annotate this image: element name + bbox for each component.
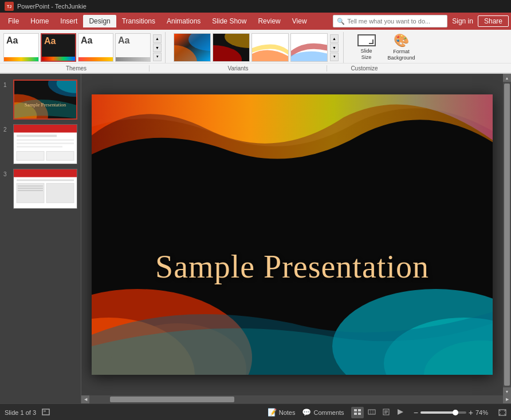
notes-button[interactable]: 📝 Notes	[268, 408, 296, 417]
zoom-control: − + 74%	[414, 409, 492, 417]
scroll-up-button[interactable]: ▲	[503, 74, 511, 82]
themes-scroll-down[interactable]: ▼	[153, 43, 162, 52]
slide-sorter-icon	[368, 408, 376, 416]
themes-group-label: Themes	[3, 65, 150, 72]
reading-view-button[interactable]	[380, 407, 392, 418]
svg-rect-42	[358, 413, 361, 415]
slide-preview-2[interactable]	[13, 124, 77, 164]
slideshow-view-button[interactable]	[394, 407, 407, 418]
menu-view[interactable]: View	[286, 15, 313, 27]
variants-group-label: Variants	[150, 65, 327, 72]
variant-2[interactable]	[213, 33, 250, 62]
customize-group-label: Customize	[327, 65, 402, 72]
format-background-button[interactable]: 🎨 Format Background	[386, 33, 417, 62]
reading-view-icon	[382, 408, 390, 416]
zoom-value: 74%	[475, 409, 492, 416]
svg-rect-26	[46, 183, 74, 203]
main-slide[interactable]: Sample Presentation	[92, 94, 493, 375]
menu-insert[interactable]: Insert	[54, 15, 83, 27]
themes-section: Aa Aa Aa Aa ▲ ▼ ▾	[3, 32, 166, 63]
title-bar: TJ PowerPoint - TechJunkie	[0, 0, 511, 13]
svg-rect-17	[17, 139, 74, 141]
status-bar: Slide 1 of 3 📝 Notes 💬 Comments	[0, 403, 511, 420]
format-background-icon: 🎨	[394, 34, 409, 47]
group-labels: Themes Variants Customize	[0, 63, 511, 73]
zoom-track[interactable]	[420, 411, 466, 414]
slides-panel: 1 Sample Presentation 2	[0, 74, 81, 403]
svg-rect-24	[17, 179, 74, 181]
slide-thumb-1[interactable]: 1 Sample Presentation	[3, 80, 77, 120]
fit-window-button[interactable]	[41, 407, 51, 418]
variant-4[interactable]	[290, 33, 328, 62]
svg-rect-39	[354, 409, 357, 411]
svg-rect-16	[17, 134, 57, 137]
themes-scroll-up[interactable]: ▲	[153, 34, 162, 43]
search-icon: 🔍	[337, 18, 345, 25]
comments-label: Comments	[313, 409, 344, 416]
menu-slideshow[interactable]: Slide Show	[206, 15, 252, 27]
comments-icon: 💬	[302, 408, 311, 417]
variant-3[interactable]	[251, 33, 289, 62]
hscroll-track[interactable]	[89, 395, 503, 403]
notes-icon: 📝	[268, 408, 277, 417]
slide-size-button[interactable]: SlideSize	[351, 33, 382, 62]
comments-button[interactable]: 💬 Comments	[302, 408, 344, 417]
menu-bar: File Home Insert Design Transitions Anim…	[0, 13, 511, 30]
svg-rect-23	[14, 169, 77, 177]
scroll-thumb[interactable]	[504, 84, 510, 386]
zoom-in-button[interactable]: +	[469, 409, 473, 417]
theme-item-4[interactable]: Aa	[115, 33, 151, 62]
zoom-out-button[interactable]: −	[414, 409, 418, 417]
search-box[interactable]: 🔍	[333, 15, 447, 27]
share-button[interactable]: Share	[478, 15, 509, 27]
slideshow-icon	[396, 408, 404, 416]
format-background-label: Format Background	[387, 49, 416, 61]
menu-animations[interactable]: Animations	[161, 15, 206, 27]
slide-num-1: 1	[3, 82, 10, 88]
svg-rect-20	[17, 152, 44, 161]
svg-rect-38	[44, 410, 46, 412]
slide-info: Slide 1 of 3	[5, 409, 36, 416]
hscroll-left-button[interactable]: ◀	[81, 395, 89, 403]
title-bar-left: TJ PowerPoint - TechJunkie	[5, 2, 87, 11]
hscroll-right-button[interactable]: ▶	[503, 395, 511, 403]
slide-num-3: 3	[3, 171, 10, 177]
svg-rect-40	[358, 409, 361, 411]
search-input[interactable]	[347, 18, 443, 25]
menu-review[interactable]: Review	[252, 15, 286, 27]
normal-view-button[interactable]	[351, 407, 364, 418]
fit-window-icon	[42, 409, 50, 417]
slide-thumb-2[interactable]: 2	[3, 124, 77, 164]
fit-slide-button[interactable]	[498, 409, 506, 417]
svg-text:Sample Presentation: Sample Presentation	[25, 102, 66, 108]
variant-1[interactable]	[174, 33, 211, 62]
svg-rect-29	[18, 190, 43, 191]
zoom-thumb[interactable]	[453, 410, 458, 415]
slide-preview-1[interactable]: Sample Presentation	[13, 80, 77, 120]
menu-home[interactable]: Home	[25, 15, 54, 27]
theme-item-2[interactable]: Aa	[41, 33, 76, 62]
menu-design[interactable]: Design	[83, 15, 116, 27]
scroll-down-button[interactable]: ▼	[503, 387, 511, 395]
slide-preview-3[interactable]	[13, 169, 77, 209]
variants-scroll-up[interactable]: ▲	[330, 34, 339, 43]
slide-thumb-3[interactable]: 3	[3, 169, 77, 209]
menu-transitions[interactable]: Transitions	[116, 15, 161, 27]
app-logo: TJ	[5, 2, 14, 11]
theme-item-3[interactable]: Aa	[78, 33, 113, 62]
main-area: 1 Sample Presentation 2	[0, 74, 511, 403]
app-title: PowerPoint - TechJunkie	[17, 3, 87, 10]
variants-scroll-more[interactable]: ▾	[330, 53, 339, 61]
slide-title: Sample Presentation	[92, 248, 493, 285]
themes-scroll-more[interactable]: ▾	[153, 53, 162, 61]
right-scrollbar: ▲ ▼	[503, 74, 511, 395]
logo-text: TJ	[7, 5, 11, 9]
variants-scroll-down[interactable]: ▼	[330, 43, 339, 52]
theme-item-1[interactable]: Aa	[3, 33, 39, 62]
sign-in-link[interactable]: Sign in	[452, 17, 473, 25]
hscroll-thumb[interactable]	[110, 397, 234, 402]
fit-slide-icon	[498, 409, 506, 417]
menu-file[interactable]: File	[2, 15, 25, 27]
slide-sorter-button[interactable]	[365, 407, 378, 418]
notes-label: Notes	[279, 409, 296, 416]
